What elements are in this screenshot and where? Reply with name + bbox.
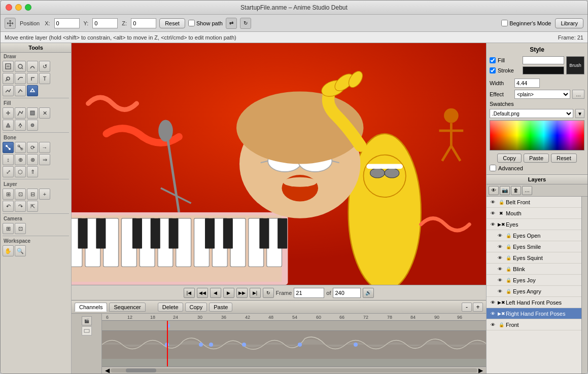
- draw-tool-6[interactable]: [15, 73, 26, 84]
- fill-tool-3[interactable]: [27, 107, 38, 119]
- layer-vis-left-hand[interactable]: 👁: [489, 299, 497, 306]
- bone-tool-9[interactable]: ⤢: [3, 166, 14, 177]
- channels-tab[interactable]: Channels: [75, 303, 107, 312]
- zoom-out-button[interactable]: -: [462, 303, 472, 312]
- bone-tool-6[interactable]: ⊕: [15, 154, 26, 165]
- maximize-button[interactable]: [25, 4, 31, 11]
- layer-item-blink[interactable]: 👁 🔒 Blink: [487, 264, 581, 275]
- advanced-checkbox[interactable]: [490, 165, 496, 171]
- play-button[interactable]: ▶: [223, 288, 234, 298]
- timeline-playhead[interactable]: [167, 321, 168, 366]
- layer-vis-eyes-smile[interactable]: 👁: [496, 243, 504, 250]
- canvas-viewport[interactable]: [72, 43, 486, 285]
- reset-position-button[interactable]: Reset: [159, 18, 185, 28]
- bone-tool-1[interactable]: [3, 142, 14, 153]
- prev-frame-button[interactable]: ◀◀: [197, 288, 208, 298]
- layer-item-eyes-angry[interactable]: 👁 🔒 Eyes Angry: [487, 286, 581, 297]
- x-input[interactable]: [54, 18, 80, 28]
- layer-item-eyes-squint[interactable]: 👁 🔒 Eyes Squint: [487, 252, 581, 264]
- layer-tool-6[interactable]: ↷: [15, 201, 26, 212]
- layer-vis-belt-front[interactable]: 👁: [489, 199, 497, 206]
- refresh-icon[interactable]: ↻: [240, 18, 251, 29]
- layer-vis-eyes-squint[interactable]: 👁: [496, 254, 504, 261]
- next-button[interactable]: ▶▶: [236, 288, 248, 298]
- layer-item-eyes-smile[interactable]: 👁 🔒 Eyes Smile: [487, 241, 581, 252]
- paste-button[interactable]: Paste: [209, 303, 232, 312]
- fill-checkbox[interactable]: [490, 57, 496, 63]
- bone-tool-5[interactable]: ↕: [3, 154, 14, 165]
- delete-button[interactable]: Delete: [158, 303, 183, 312]
- layer-vis-mouth[interactable]: 👁: [489, 210, 497, 217]
- layer-vis-right-hand[interactable]: 👁: [489, 310, 497, 317]
- layer-item-mouth[interactable]: 👁 ✖ Mouth: [487, 208, 581, 219]
- layer-item-right-hand[interactable]: 👁 ▶✖ Right Hand Front Poses: [487, 308, 581, 319]
- draw-tool-4[interactable]: ↺: [39, 61, 50, 72]
- beginner-mode-checkbox[interactable]: [501, 20, 508, 26]
- fill-tool-2[interactable]: [15, 107, 26, 119]
- layer-tool-1[interactable]: ⊞: [3, 189, 14, 200]
- width-input[interactable]: [514, 79, 540, 88]
- library-button[interactable]: Library: [555, 18, 583, 28]
- scroll-left-button[interactable]: ◀: [104, 367, 111, 374]
- bone-tool-2[interactable]: [15, 142, 26, 153]
- layers-scrollbar[interactable]: [581, 197, 587, 373]
- bone-tool-8[interactable]: ⇒: [39, 154, 50, 165]
- fill-tool-1[interactable]: [3, 107, 14, 119]
- draw-tool-1[interactable]: [3, 61, 14, 72]
- layer-tool-4[interactable]: +: [39, 189, 50, 200]
- loop-button[interactable]: ↻: [263, 288, 274, 298]
- show-path-checkbox[interactable]: [188, 20, 195, 26]
- reset-style-button[interactable]: Reset: [551, 154, 577, 163]
- fill-color-swatch[interactable]: [523, 56, 564, 64]
- swatches-select[interactable]: .Default.png: [490, 109, 573, 118]
- layer-vis-eyes[interactable]: 👁: [489, 221, 497, 228]
- layer-more-btn[interactable]: …: [522, 186, 532, 195]
- layer-tool-3[interactable]: ⊟: [27, 189, 38, 200]
- layer-tool-5[interactable]: ↶: [3, 201, 14, 212]
- zoom-in-button[interactable]: +: [473, 303, 483, 312]
- zoom-tool[interactable]: 🔍: [15, 245, 26, 256]
- draw-tool-11[interactable]: [27, 85, 38, 96]
- layer-item-left-hand[interactable]: 👁 ▶✖ Left Hand Front Poses: [487, 297, 581, 308]
- pan-tool[interactable]: ✋: [3, 245, 14, 256]
- fill-tool-7[interactable]: [27, 120, 38, 131]
- bone-tool-7[interactable]: ⊗: [27, 154, 38, 165]
- layer-item-eyes-joy[interactable]: 👁 🔒 Eyes Joy: [487, 275, 581, 286]
- layer-item-eyes[interactable]: 👁 ▶✖ Eyes: [487, 219, 581, 230]
- frame-input[interactable]: [294, 288, 324, 298]
- bone-tool-10[interactable]: ⬡: [15, 166, 26, 177]
- bone-tool-3[interactable]: ⟳: [27, 142, 38, 153]
- draw-tool-8[interactable]: T: [39, 73, 50, 84]
- z-input[interactable]: [131, 18, 156, 28]
- layer-vis-blink[interactable]: 👁: [496, 266, 504, 273]
- layer-camera-btn[interactable]: 📷: [500, 186, 510, 195]
- draw-tool-7[interactable]: [27, 73, 38, 84]
- y-input[interactable]: [92, 18, 118, 28]
- draw-tool-10[interactable]: [15, 85, 26, 96]
- paste-style-button[interactable]: Paste: [524, 154, 549, 163]
- timeline-track-area[interactable]: [102, 321, 486, 366]
- move-tool-icon[interactable]: [5, 18, 16, 29]
- fill-tool-5[interactable]: [3, 120, 14, 131]
- brush-preview[interactable]: Brush: [566, 56, 584, 74]
- prev-button[interactable]: ◀: [210, 288, 221, 298]
- copy-style-button[interactable]: Copy: [497, 154, 522, 163]
- stroke-checkbox[interactable]: [490, 67, 496, 73]
- timeline-scrollbar[interactable]: ◀ ▶: [102, 366, 486, 373]
- fill-tool-6[interactable]: [15, 120, 26, 131]
- layer-vis-eyes-open[interactable]: 👁: [496, 232, 504, 239]
- draw-tool-2[interactable]: [15, 61, 26, 72]
- scroll-right-button[interactable]: ▶: [477, 367, 484, 374]
- sequencer-tab[interactable]: Sequencer: [109, 303, 145, 312]
- effect-select[interactable]: <plain>: [514, 90, 570, 99]
- layer-visibility-toggle[interactable]: 👁: [489, 186, 499, 195]
- layer-item-belt-front[interactable]: 👁 🔒 Belt Front: [487, 197, 581, 208]
- fill-tool-4[interactable]: ✕: [39, 107, 50, 119]
- go-start-button[interactable]: |◀: [184, 288, 195, 298]
- stroke-color-swatch[interactable]: [523, 66, 564, 74]
- minimize-button[interactable]: [15, 4, 22, 11]
- effect-extra-button[interactable]: …: [572, 90, 584, 99]
- scroll-track[interactable]: [111, 368, 477, 372]
- go-end-button[interactable]: ▶|: [250, 288, 261, 298]
- camera-tool-1[interactable]: ⊞: [3, 223, 14, 234]
